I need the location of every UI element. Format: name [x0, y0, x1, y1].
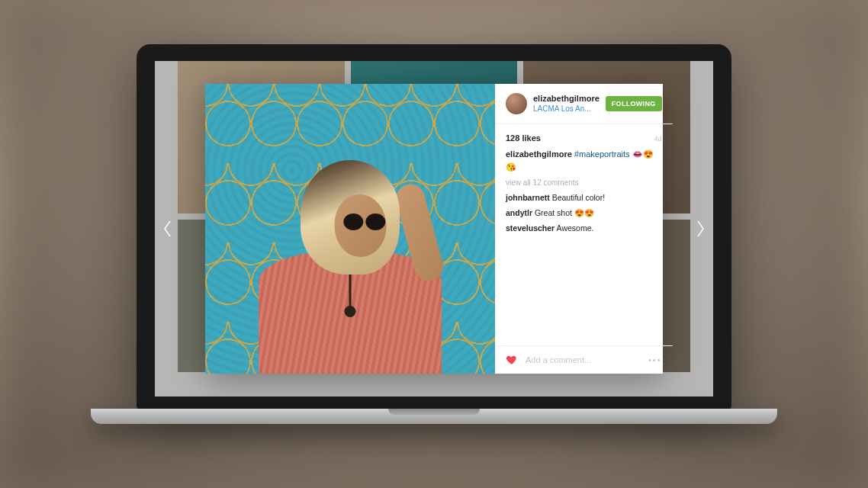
comment-username[interactable]: steveluscher: [506, 223, 555, 233]
comment: andytlr Great shot 😍😍: [506, 207, 662, 220]
comment-text: Awesome.: [557, 223, 594, 233]
comment-username[interactable]: johnbarnett: [506, 193, 550, 202]
comment: steveluscher Awesome.: [506, 222, 662, 235]
post-footer: •••: [495, 345, 673, 374]
comment-username[interactable]: andytlr: [506, 208, 532, 217]
comment-text: Beautiful color!: [552, 193, 605, 202]
portrait-subject: [243, 145, 457, 374]
username-link[interactable]: elizabethgilmore: [533, 94, 600, 104]
next-button[interactable]: [693, 217, 709, 240]
chevron-left-icon: [162, 220, 172, 238]
laptop-base: [91, 409, 777, 424]
avatar[interactable]: [506, 93, 527, 114]
heart-icon[interactable]: [506, 354, 518, 366]
post-body: 128 likes 4d elizabethgilmore #makeportr…: [495, 124, 673, 345]
view-all-comments[interactable]: view all 12 comments: [506, 177, 662, 189]
post-sidebar: elizabethgilmore LACMA Los An... FOLLOWI…: [495, 84, 673, 374]
chevron-right-icon: [696, 220, 706, 238]
post-modal: elizabethgilmore LACMA Los An... FOLLOWI…: [205, 84, 663, 374]
timestamp: 4d: [654, 133, 661, 144]
comment: johnbarnett Beautiful color!: [506, 191, 662, 204]
caption: elizabethgilmore #makeportraits 👄😍😘: [506, 148, 662, 175]
comment-input[interactable]: [526, 355, 641, 364]
location-link[interactable]: LACMA Los An...: [533, 104, 600, 114]
prev-button[interactable]: [159, 217, 175, 240]
post-image[interactable]: [205, 84, 495, 374]
follow-button[interactable]: FOLLOWING: [606, 96, 662, 111]
user-meta: elizabethgilmore LACMA Los An...: [533, 94, 600, 114]
caption-username[interactable]: elizabethgilmore: [506, 149, 572, 159]
comment-text: Great shot 😍😍: [535, 208, 594, 217]
laptop-screen: elizabethgilmore LACMA Los An... FOLLOWI…: [155, 61, 713, 396]
laptop-mockup: elizabethgilmore LACMA Los An... FOLLOWI…: [137, 44, 731, 424]
more-options-button[interactable]: •••: [648, 355, 662, 364]
post-header: elizabethgilmore LACMA Los An... FOLLOWI…: [495, 84, 673, 124]
likes-count[interactable]: 128 likes: [506, 132, 541, 146]
laptop-bezel: elizabethgilmore LACMA Los An... FOLLOWI…: [137, 44, 731, 410]
